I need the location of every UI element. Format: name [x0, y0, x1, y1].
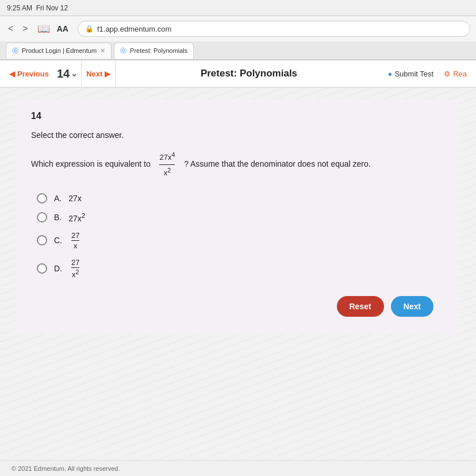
option-c-denominator: x: [71, 241, 79, 250]
option-d[interactable]: D. 27 x2: [37, 258, 445, 279]
question-text: Which expression is equivalent to 27x4 x…: [31, 150, 445, 179]
lock-icon: 🔒: [85, 25, 94, 33]
option-a[interactable]: A. 27x: [37, 193, 445, 204]
prev-arrow-icon: ◀: [9, 70, 15, 78]
url-display: f1.app.edmentum.com: [97, 25, 171, 33]
option-a-content: 27x: [68, 194, 82, 203]
tab-label: Product Login | Edmentum: [22, 47, 97, 54]
radio-b[interactable]: [37, 212, 47, 222]
status-bar: 9:25 AM Fri Nov 12: [0, 0, 476, 16]
browser-chrome: < > 📖 AA 🔒 f1.app.edmentum.com ⓔ Product…: [0, 16, 476, 60]
rea-arrow-icon: ⚙: [444, 70, 451, 78]
tab-close-btn[interactable]: ✕: [100, 47, 105, 55]
bookmark-icon: 📖: [37, 22, 50, 35]
option-a-label: A.: [54, 194, 62, 203]
submit-label: Submit Test: [394, 70, 433, 78]
next-label-toolbar: Next: [86, 70, 102, 78]
radio-c[interactable]: [37, 235, 47, 245]
option-c[interactable]: C. 27 x: [37, 231, 445, 250]
expression-fraction: 27x4 x2: [159, 150, 175, 179]
expression-numerator: 27x4: [159, 150, 175, 165]
option-b-content: 27x2: [68, 212, 85, 223]
chevron-down-icon: ⌄: [71, 69, 78, 78]
question-instruction: Select the correct answer.: [31, 130, 445, 140]
next-arrow-icon: ▶: [105, 70, 110, 78]
back-button[interactable]: <: [6, 22, 16, 35]
main-content: 14 Select the correct answer. Which expr…: [0, 88, 476, 460]
question-number-selector[interactable]: 14 ⌄: [53, 67, 81, 80]
prompt-prefix: Which expression is equivalent to: [31, 159, 151, 168]
next-action-button[interactable]: Next: [391, 296, 433, 317]
submit-test-button[interactable]: ● Submit Test: [382, 70, 440, 78]
prompt-suffix: ? Assume that the denominator does not e…: [184, 159, 371, 168]
options-list: A. 27x B. 27x2 C. 27 x D.: [37, 193, 445, 279]
radio-d[interactable]: [37, 263, 47, 274]
option-d-denominator: x2: [71, 268, 79, 279]
footer: © 2021 Edmentum. All rights reserved.: [0, 460, 476, 476]
app-toolbar: ◀ Previous 14 ⌄ Next ▶ Pretest: Polynomi…: [0, 60, 476, 88]
forward-button[interactable]: >: [20, 22, 30, 35]
option-c-label: C.: [54, 236, 62, 245]
option-b[interactable]: B. 27x2: [37, 212, 445, 223]
option-d-fraction: 27 x2: [71, 258, 79, 279]
option-c-fraction: 27 x: [71, 231, 79, 250]
previous-label: Previous: [17, 70, 49, 78]
expression-denominator: x2: [159, 165, 175, 179]
text-size-aa[interactable]: AA: [57, 24, 68, 33]
option-d-numerator: 27: [71, 258, 79, 268]
copyright-text: © 2021 Edmentum. All rights reserved.: [11, 465, 120, 472]
time-display: 9:25 AM: [7, 4, 32, 12]
browser-nav: < > 📖 AA 🔒 f1.app.edmentum.com: [0, 16, 476, 41]
tab-label-active: Pretest: Polynomials: [130, 47, 187, 54]
next-button-toolbar[interactable]: Next ▶: [81, 60, 116, 87]
address-bar[interactable]: 🔒 f1.app.edmentum.com: [78, 21, 470, 37]
question-number-label: 14: [31, 111, 445, 121]
previous-button[interactable]: ◀ Previous: [5, 70, 53, 78]
question-card: 14 Select the correct answer. Which expr…: [17, 99, 459, 334]
rea-label: Rea: [453, 70, 467, 78]
reset-button[interactable]: Reset: [337, 296, 384, 317]
question-number-value: 14: [57, 67, 70, 80]
option-c-numerator: 27: [71, 231, 79, 241]
edmentum-icon: ⓔ: [12, 47, 18, 55]
test-title: Pretest: Polynomials: [116, 68, 382, 79]
tab-product-login[interactable]: ⓔ Product Login | Edmentum ✕: [6, 43, 112, 59]
bottom-actions: Reset Next: [31, 296, 445, 317]
date-display: Fri Nov 12: [36, 4, 68, 12]
tabs-bar: ⓔ Product Login | Edmentum ✕ ⓔ Pretest: …: [0, 41, 476, 60]
option-b-label: B.: [54, 213, 62, 222]
rea-button[interactable]: ⚙ Rea: [439, 70, 471, 78]
edmentum-icon-2: ⓔ: [120, 47, 126, 55]
submit-icon: ●: [388, 70, 393, 78]
option-d-label: D.: [54, 264, 62, 273]
tab-pretest[interactable]: ⓔ Pretest: Polynomials: [114, 43, 194, 59]
radio-a[interactable]: [37, 193, 47, 204]
